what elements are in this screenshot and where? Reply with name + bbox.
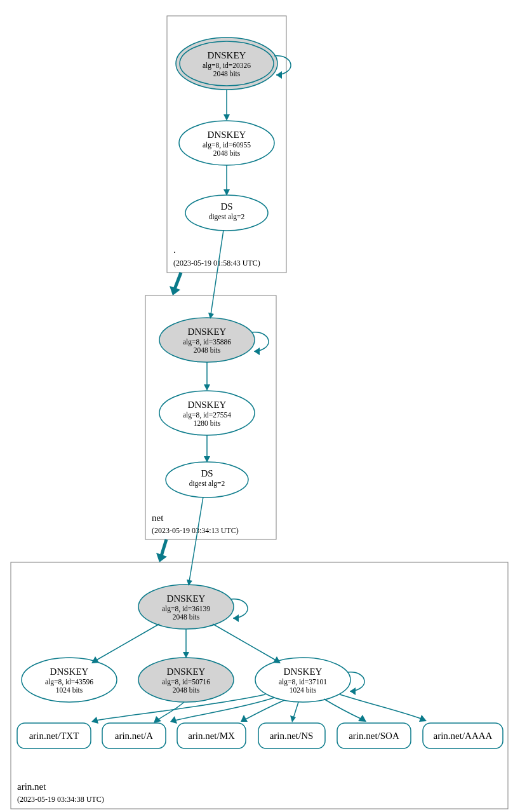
zone-arin-label: arin.net [17,782,46,792]
svg-text:alg=8, id=27554: alg=8, id=27554 [183,411,231,419]
svg-text:DNSKEY: DNSKEY [208,50,246,60]
svg-text:arin.net/TXT: arin.net/TXT [29,731,79,741]
svg-marker-42 [91,656,99,663]
delegation-net-arin [161,539,166,556]
svg-text:2048 bits: 2048 bits [194,346,221,354]
arin-k3-node: DNSKEY alg=8, id=37101 1024 bits [255,658,350,702]
svg-text:alg=8, id=20326: alg=8, id=20326 [203,62,251,70]
edge-k3-soa [324,699,362,719]
svg-text:1024 bits: 1024 bits [290,686,317,694]
delegation-root-net [175,273,181,289]
svg-text:DNSKEY: DNSKEY [167,667,206,677]
svg-text:DNSKEY: DNSKEY [188,400,227,410]
svg-text:alg=8, id=37101: alg=8, id=37101 [279,678,327,686]
rr-ns: arin.net/NS [258,723,325,748]
net-ds-node: DS digest alg=2 [166,462,248,497]
dnssec-diagram: . (2023-05-19 01:58:43 UTC) DNSKEY alg=8… [0,0,520,812]
edge-k3-mx [244,700,284,720]
svg-text:arin.net/AAAA: arin.net/AAAA [434,731,493,741]
svg-text:digest alg=2: digest alg=2 [209,213,245,221]
svg-text:1024 bits: 1024 bits [56,686,83,694]
svg-text:alg=8, id=35886: alg=8, id=35886 [183,338,231,346]
svg-text:DNSKEY: DNSKEY [50,667,89,677]
root-ksk-node: DNSKEY alg=8, id=20326 2048 bits [176,37,277,90]
svg-text:alg=8, id=60955: alg=8, id=60955 [203,141,251,149]
rr-txt: arin.net/TXT [17,723,91,748]
svg-text:DNSKEY: DNSKEY [188,327,227,337]
svg-text:DNSKEY: DNSKEY [167,593,206,604]
rr-mx: arin.net/MX [177,723,246,748]
net-zsk-node: DNSKEY alg=8, id=27554 1280 bits [159,391,255,435]
svg-text:digest alg=2: digest alg=2 [189,480,225,488]
zone-root-timestamp: (2023-05-19 01:58:43 UTC) [173,259,260,267]
svg-marker-52 [273,656,281,663]
svg-text:DNSKEY: DNSKEY [284,667,323,677]
svg-marker-53 [350,687,356,695]
edge-k3-ns [293,702,298,718]
svg-text:alg=8, id=43596: alg=8, id=43596 [45,678,93,686]
zone-net-label: net [152,513,164,523]
svg-text:2048 bits: 2048 bits [213,149,241,157]
root-zsk-node: DNSKEY alg=8, id=60955 2048 bits [179,121,274,165]
rr-a: arin.net/A [102,723,166,748]
zone-arin-timestamp: (2023-05-19 03:34:38 UTC) [17,795,104,804]
zone-root-label: . [173,245,176,255]
edge-arinksk-k1 [95,624,159,661]
rr-aaaa: arin.net/AAAA [423,723,503,748]
svg-text:1280 bits: 1280 bits [194,419,221,427]
svg-text:2048 bits: 2048 bits [173,686,200,694]
svg-text:DS: DS [220,201,232,212]
edge-arinksk-k3 [213,624,277,661]
svg-text:DS: DS [201,468,213,478]
svg-marker-10 [223,114,230,121]
arin-k2-node: DNSKEY alg=8, id=50716 2048 bits [138,658,234,702]
svg-text:arin.net/NS: arin.net/NS [270,731,314,741]
arin-ksk-node: DNSKEY alg=8, id=36139 2048 bits [138,585,234,629]
svg-marker-37 [233,614,239,622]
net-ksk-node: DNSKEY alg=8, id=35886 2048 bits [159,318,255,362]
edge-k3-aaaa [340,694,422,719]
svg-marker-72 [154,716,161,723]
svg-marker-26 [204,384,210,391]
svg-text:2048 bits: 2048 bits [213,70,241,78]
svg-text:alg=8, id=36139: alg=8, id=36139 [162,605,210,613]
svg-text:DNSKEY: DNSKEY [208,130,246,140]
svg-text:arin.net/MX: arin.net/MX [188,731,235,741]
svg-marker-69 [290,715,296,722]
zone-net-timestamp: (2023-05-19 03:34:13 UTC) [152,526,239,535]
rr-soa: arin.net/SOA [337,723,411,748]
svg-text:2048 bits: 2048 bits [173,613,200,621]
root-ds-node: DS digest alg=2 [185,195,268,231]
svg-text:arin.net/A: arin.net/A [115,731,154,741]
svg-marker-5 [276,71,282,79]
svg-text:arin.net/SOA: arin.net/SOA [349,731,399,741]
svg-text:alg=8, id=50716: alg=8, id=50716 [162,678,210,686]
svg-marker-66 [91,717,98,724]
svg-marker-21 [254,348,260,355]
arin-k1-node: DNSKEY alg=8, id=43596 1024 bits [22,658,117,702]
